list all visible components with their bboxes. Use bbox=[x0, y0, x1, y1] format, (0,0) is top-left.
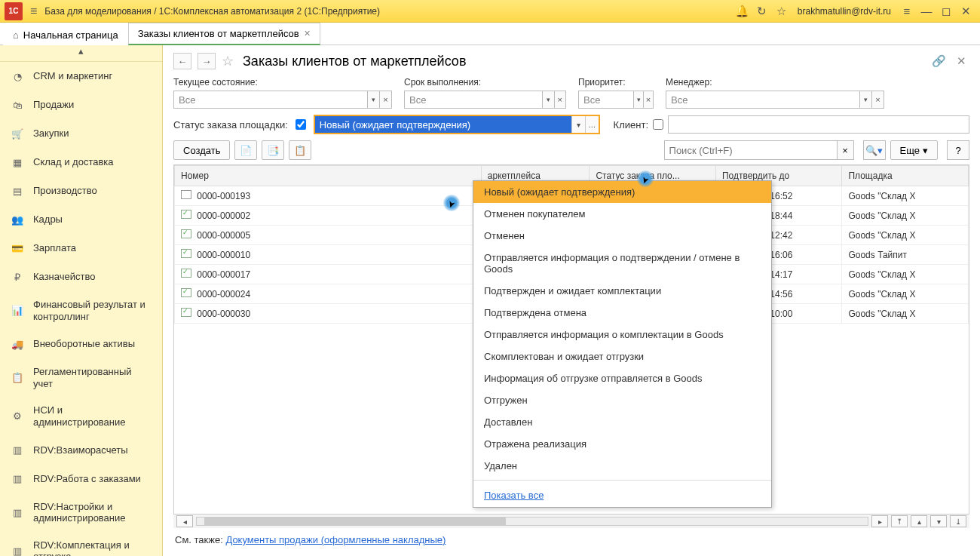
sidebar-icon: 👥 bbox=[11, 213, 24, 226]
sidebar-item-3[interactable]: ▦Склад и доставка bbox=[0, 148, 162, 177]
sidebar-label: RDV:Взаиморасчеты bbox=[33, 444, 152, 456]
sidebar-item-0[interactable]: ◔CRM и маркетинг bbox=[0, 62, 162, 91]
minimize-icon[interactable]: — bbox=[917, 5, 936, 17]
nav-back-button[interactable]: ← bbox=[173, 53, 191, 69]
footer: См. также: Документы продажи (оформленны… bbox=[173, 528, 969, 551]
star-icon[interactable]: ☆ bbox=[772, 5, 792, 18]
scroll-track[interactable] bbox=[196, 517, 868, 526]
user-label[interactable]: brakhmatullin@rdv-it.ru bbox=[798, 6, 891, 17]
scroll-top-icon[interactable]: ⤒ bbox=[891, 515, 908, 527]
dropdown-item[interactable]: Отменен покупателем bbox=[473, 203, 771, 225]
sidebar-item-14[interactable]: ▥RDV:Настройки и администрирование bbox=[0, 493, 162, 532]
manager-clear-icon[interactable]: × bbox=[872, 91, 884, 109]
sidebar-item-8[interactable]: 📊Финансовый результат и контроллинг bbox=[0, 291, 162, 330]
sidebar-icon: 🛒 bbox=[11, 127, 24, 140]
status-dropdown-icon[interactable]: ▾ bbox=[571, 116, 585, 133]
scroll-thumb[interactable] bbox=[204, 518, 506, 525]
scroll-left-icon[interactable]: ◂ bbox=[176, 515, 193, 527]
sidebar-item-9[interactable]: 🚚Внеоборотные активы bbox=[0, 330, 162, 358]
priority-input[interactable] bbox=[578, 91, 634, 109]
dropdown-item[interactable]: Доставлен bbox=[473, 411, 771, 433]
search-clear-icon[interactable]: × bbox=[838, 140, 854, 160]
deadline-dropdown-icon[interactable]: ▾ bbox=[543, 91, 554, 109]
sidebar-item-11[interactable]: ⚙НСИ и администрирование bbox=[0, 397, 162, 435]
status-combo[interactable]: ▾ … bbox=[314, 115, 600, 134]
status-checkbox[interactable] bbox=[296, 119, 306, 130]
action2-button[interactable]: 📋 bbox=[289, 140, 311, 160]
sidebar-item-2[interactable]: 🛒Закупки bbox=[0, 119, 162, 148]
dropdown-item[interactable]: Новый (ожидает подтверждения) bbox=[473, 181, 771, 203]
copy-button[interactable]: 📄 bbox=[234, 140, 257, 160]
deadline-input[interactable] bbox=[404, 91, 543, 109]
scroll-right-icon[interactable]: ▸ bbox=[871, 515, 888, 527]
sidebar-label: Финансовый результат и контроллинг bbox=[33, 299, 152, 322]
row-status-icon bbox=[181, 288, 191, 297]
table-header[interactable]: Номер bbox=[175, 166, 482, 186]
dropdown-item[interactable]: Информация об отгрузке отправляется в Go… bbox=[473, 367, 771, 389]
tab-orders[interactable]: Заказы клиентов от маркетплейсов ✕ bbox=[128, 23, 320, 45]
deadline-clear-icon[interactable]: × bbox=[555, 91, 566, 109]
close-window-icon[interactable]: ✕ bbox=[956, 5, 975, 18]
dropdown-item[interactable]: Отправляется информация о подтверждении … bbox=[473, 247, 771, 280]
manager-dropdown-icon[interactable]: ▾ bbox=[860, 91, 872, 109]
history-icon[interactable]: ↻ bbox=[752, 5, 772, 18]
state-label: Текущее состояние: bbox=[173, 77, 392, 88]
dropdown-item[interactable]: Подтвержден и ожидает комплектации bbox=[473, 280, 771, 302]
action1-button[interactable]: 📑 bbox=[262, 140, 284, 160]
link-icon[interactable]: 🔗 bbox=[930, 53, 947, 69]
state-dropdown-icon[interactable]: ▾ bbox=[368, 91, 380, 109]
dropdown-item[interactable]: Удален bbox=[473, 455, 771, 477]
sidebar-icon: 🚚 bbox=[11, 337, 24, 351]
bell-icon[interactable]: 🔔 bbox=[733, 5, 752, 18]
page-title: Заказы клиентов от маркетплейсов bbox=[243, 54, 924, 69]
table-header[interactable]: Площадка bbox=[842, 166, 969, 186]
status-input[interactable] bbox=[315, 116, 571, 133]
help-button[interactable]: ? bbox=[947, 140, 969, 160]
close-page-icon[interactable]: ✕ bbox=[953, 53, 969, 69]
menu-icon[interactable]: ≡ bbox=[30, 5, 37, 18]
priority-clear-icon[interactable]: × bbox=[644, 91, 654, 109]
sidebar-item-5[interactable]: 👥Кадры bbox=[0, 205, 162, 234]
priority-dropdown-icon[interactable]: ▾ bbox=[634, 91, 644, 109]
nav-forward-button[interactable]: → bbox=[198, 53, 216, 69]
sidebar-item-15[interactable]: ▥RDV:Комплектация и отгрузка bbox=[0, 532, 162, 556]
footer-link[interactable]: Документы продажи (оформленные накладные… bbox=[225, 534, 446, 545]
sidebar-collapse[interactable]: ▴ bbox=[0, 45, 162, 62]
tab-close-icon[interactable]: ✕ bbox=[304, 29, 311, 38]
favorite-icon[interactable]: ☆ bbox=[222, 53, 234, 69]
sidebar-icon: 📋 bbox=[11, 371, 24, 385]
sidebar-item-4[interactable]: ▤Производство bbox=[0, 177, 162, 205]
row-status-icon bbox=[181, 229, 191, 238]
sidebar-item-10[interactable]: 📋Регламентированный учет bbox=[0, 358, 162, 397]
sidebar-label: Регламентированный учет bbox=[33, 366, 152, 389]
client-checkbox[interactable] bbox=[653, 119, 663, 130]
tab-home[interactable]: ⌂ Начальная страница bbox=[3, 24, 128, 45]
horizontal-scrollbar[interactable]: ◂ ▸ ⤒ ▴ ▾ ⤓ bbox=[173, 515, 969, 528]
dropdown-item[interactable]: Скомплектован и ожидает отгрузки bbox=[473, 346, 771, 367]
find-button[interactable]: 🔍▾ bbox=[863, 140, 886, 160]
sidebar-item-1[interactable]: 🛍Продажи bbox=[0, 91, 162, 119]
create-button[interactable]: Создать bbox=[173, 140, 230, 160]
status-dots-icon[interactable]: … bbox=[585, 116, 599, 133]
client-input[interactable] bbox=[668, 115, 969, 134]
dropdown-item[interactable]: Подтверждена отмена bbox=[473, 302, 771, 324]
more-button[interactable]: Еще ▾ bbox=[890, 140, 938, 160]
sidebar-item-13[interactable]: ▥RDV:Работа с заказами bbox=[0, 465, 162, 493]
sidebar-item-7[interactable]: ₽Казначейство bbox=[0, 263, 162, 291]
state-input[interactable] bbox=[173, 91, 368, 109]
dropdown-item[interactable]: Отражена реализация bbox=[473, 433, 771, 455]
settings-icon[interactable]: ≡ bbox=[897, 5, 917, 17]
sidebar-item-12[interactable]: ▥RDV:Взаиморасчеты bbox=[0, 436, 162, 465]
dropdown-item[interactable]: Отправляется информация о комплектации в… bbox=[473, 324, 771, 346]
maximize-icon[interactable]: ◻ bbox=[936, 5, 956, 18]
scroll-down-icon[interactable]: ▾ bbox=[930, 515, 947, 527]
scroll-bottom-icon[interactable]: ⤓ bbox=[950, 515, 966, 527]
state-clear-icon[interactable]: × bbox=[380, 91, 392, 109]
dropdown-item[interactable]: Отменен bbox=[473, 225, 771, 247]
dropdown-item[interactable]: Отгружен bbox=[473, 389, 771, 411]
manager-input[interactable] bbox=[666, 91, 860, 109]
popup-show-all[interactable]: Показать все bbox=[473, 484, 771, 507]
search-input[interactable] bbox=[664, 140, 838, 160]
sidebar-item-6[interactable]: 💳Зарплата bbox=[0, 234, 162, 263]
scroll-up-icon[interactable]: ▴ bbox=[911, 515, 927, 527]
